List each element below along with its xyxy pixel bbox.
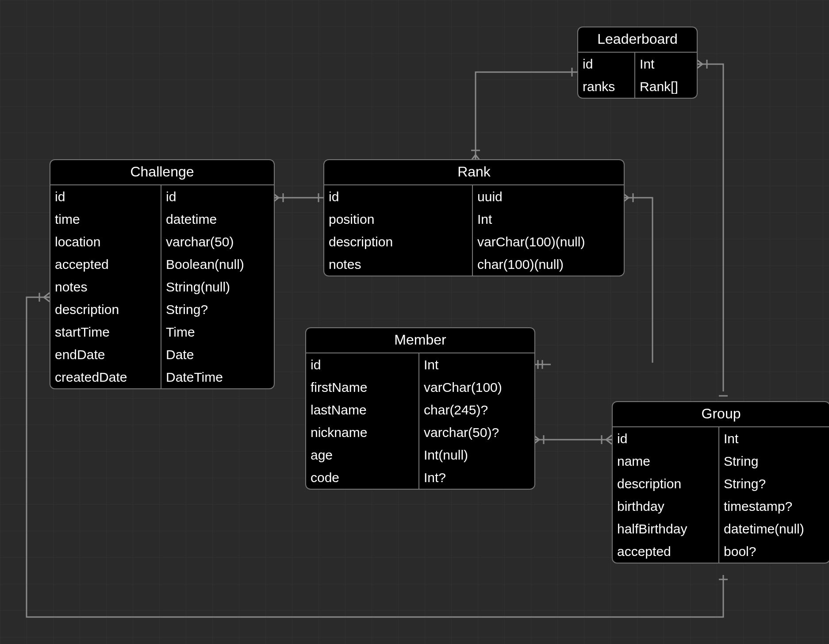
col-name: name [613,450,718,472]
col-type: varchar(50) [161,230,274,253]
col-type: Boolean(null) [161,253,274,276]
col-type: varChar(100)(null) [473,230,624,253]
col-name: halfBirthday [613,518,718,540]
entity-leaderboard[interactable]: Leaderboard id ranks Int Rank[] [577,27,698,99]
col-name: position [324,208,472,230]
col-type: Rank[] [635,75,697,98]
col-name: createdDate [50,366,161,388]
col-type: timestamp? [719,495,829,518]
col-type: Int [635,53,697,75]
col-name: endDate [50,343,161,366]
col-name: time [50,208,161,230]
entity-member[interactable]: Member id firstName lastName nickname ag… [305,327,535,490]
col-type: uuid [473,185,624,208]
entity-challenge[interactable]: Challenge id time location accepted note… [50,159,275,389]
col-name: lastName [306,399,418,421]
entity-rank[interactable]: Rank id position description notes uuid … [323,159,625,276]
entity-title: Group [613,402,829,427]
entity-title: Leaderboard [578,27,697,53]
col-type: String [719,450,829,472]
col-name: startTime [50,321,161,343]
col-type: Date [161,343,274,366]
col-type: char(100)(null) [473,253,624,276]
col-name: description [50,298,161,321]
entity-title: Member [306,328,534,353]
col-name: notes [324,253,472,276]
col-name: accepted [613,540,718,563]
col-type: Int(null) [419,444,534,466]
col-name: location [50,230,161,253]
col-type: varChar(100) [419,376,534,399]
col-name: ranks [578,75,634,98]
col-name: id [50,185,161,208]
entity-group[interactable]: Group id name description birthday halfB… [612,401,829,564]
col-name: birthday [613,495,718,518]
col-type: id [161,185,274,208]
col-name: firstName [306,376,418,399]
col-type: char(245)? [419,399,534,421]
col-name: accepted [50,253,161,276]
col-name: id [613,427,718,450]
col-name: id [306,353,418,376]
col-name: description [613,472,718,495]
col-type: Int [473,208,624,230]
col-type: String(null) [161,276,274,298]
col-type: varchar(50)? [419,421,534,444]
col-name: description [324,230,472,253]
col-name: id [578,53,634,75]
col-type: String? [161,298,274,321]
col-type: datetime(null) [719,518,829,540]
col-type: bool? [719,540,829,563]
entity-title: Challenge [50,160,274,185]
col-name: age [306,444,418,466]
entity-title: Rank [324,160,624,185]
col-type: datetime [161,208,274,230]
col-type: Int [719,427,829,450]
col-name: nickname [306,421,418,444]
col-name: code [306,466,418,489]
col-type: DateTime [161,366,274,388]
col-type: Time [161,321,274,343]
col-type: Int [419,353,534,376]
col-type: Int? [419,466,534,489]
col-type: String? [719,472,829,495]
col-name: notes [50,276,161,298]
col-name: id [324,185,472,208]
